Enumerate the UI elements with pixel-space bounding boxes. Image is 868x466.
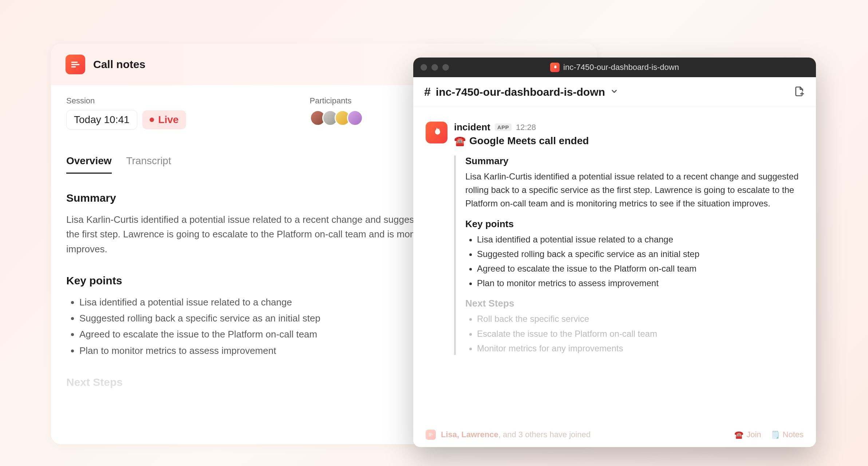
channel-header: # inc-7450-our-dashboard-is-down bbox=[413, 77, 816, 107]
message-author[interactable]: incident bbox=[454, 122, 490, 133]
slack-summary-text: Lisa Karlin-Curtis identified a potentia… bbox=[465, 170, 804, 210]
participants-avatars[interactable] bbox=[310, 110, 363, 126]
channel-footer: Lisa, Lawrence, and 3 others have joined… bbox=[426, 430, 804, 440]
svg-rect-2 bbox=[71, 66, 76, 67]
session-time-chip[interactable]: Today 10:41 bbox=[66, 110, 137, 130]
slack-nextsteps-heading: Next Steps bbox=[465, 298, 804, 309]
app-avatar-icon bbox=[426, 122, 447, 143]
phone-icon: ☎️ bbox=[734, 430, 743, 439]
slack-window: inc-7450-our-dashboard-is-down # inc-745… bbox=[413, 58, 816, 447]
join-call-link[interactable]: ☎️Join bbox=[734, 430, 761, 439]
add-note-button[interactable] bbox=[793, 86, 805, 99]
call-notes-icon bbox=[66, 55, 85, 74]
participants-block: Participants bbox=[310, 96, 363, 130]
slack-key-point: Plan to monitor metrics to assess improv… bbox=[477, 276, 804, 290]
chevron-down-icon bbox=[610, 87, 618, 97]
avatar[interactable] bbox=[347, 110, 363, 126]
live-label: Live bbox=[158, 114, 179, 126]
slack-next-step: Escalate the issue to the Platform on-ca… bbox=[477, 327, 804, 340]
session-block: Session Today 10:41 Live bbox=[66, 96, 186, 130]
message-header: incident APP 12:28 ☎️ Google Meets call … bbox=[426, 122, 804, 147]
svg-rect-0 bbox=[71, 62, 78, 63]
notes-link[interactable]: 🗒️Notes bbox=[771, 430, 804, 439]
channel-name-button[interactable]: # inc-7450-our-dashboard-is-down bbox=[424, 85, 618, 99]
window-titlebar: inc-7450-our-dashboard-is-down bbox=[413, 58, 816, 77]
slack-key-point: Suggested rolling back a specific servic… bbox=[477, 247, 804, 261]
window-title-text: inc-7450-our-dashboard-is-down bbox=[563, 63, 679, 72]
channel-name-text: inc-7450-our-dashboard-is-down bbox=[436, 86, 605, 98]
live-dot-icon bbox=[150, 118, 154, 122]
svg-rect-5 bbox=[429, 436, 431, 436]
tab-overview[interactable]: Overview bbox=[66, 155, 112, 174]
message-time[interactable]: 12:28 bbox=[516, 123, 536, 132]
svg-rect-4 bbox=[429, 434, 433, 435]
slack-key-point: Lisa identified a potential issue relate… bbox=[477, 233, 804, 246]
slack-key-point: Agreed to escalate the issue to the Plat… bbox=[477, 262, 804, 275]
participants-label: Participants bbox=[310, 96, 363, 106]
session-label: Session bbox=[66, 96, 186, 106]
svg-rect-1 bbox=[71, 64, 80, 65]
slack-summary-heading: Summary bbox=[465, 155, 804, 167]
slack-next-step: Roll back the specific service bbox=[477, 312, 804, 325]
hash-icon: # bbox=[424, 85, 431, 99]
flame-icon bbox=[550, 63, 560, 72]
call-notes-title: Call notes bbox=[93, 58, 145, 71]
tab-transcript[interactable]: Transcript bbox=[126, 155, 171, 174]
message-body: Summary Lisa Karlin-Curtis identified a … bbox=[454, 155, 804, 355]
window-title: inc-7450-our-dashboard-is-down bbox=[413, 63, 816, 72]
notes-mini-icon bbox=[426, 430, 436, 440]
slack-keypoints-heading: Key points bbox=[465, 218, 804, 230]
footer-joined-text: Lisa, Lawrence, and 3 others have joined bbox=[441, 430, 591, 439]
slack-next-step: Monitor metrics for any improvements bbox=[477, 341, 804, 355]
svg-rect-3 bbox=[429, 433, 432, 434]
message-title: ☎️ Google Meets call ended bbox=[454, 135, 589, 147]
notes-icon: 🗒️ bbox=[771, 430, 780, 439]
app-badge: APP bbox=[495, 123, 512, 131]
live-badge: Live bbox=[142, 110, 186, 129]
phone-icon: ☎️ bbox=[454, 135, 466, 147]
message-title-text: Google Meets call ended bbox=[469, 135, 589, 147]
